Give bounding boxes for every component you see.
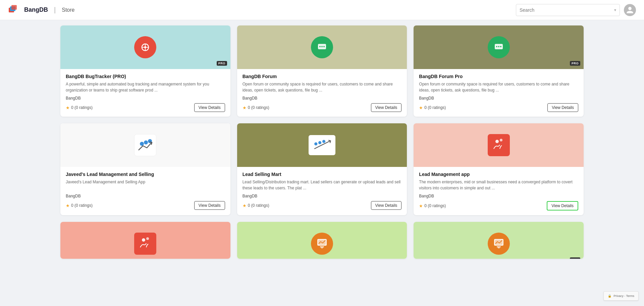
user-avatar[interactable] (624, 4, 636, 16)
pro-badge: PRO (570, 257, 580, 259)
rating: ★ 0 (0 ratings) (66, 105, 93, 110)
card-image-bangdb-forum (237, 25, 407, 69)
card-image-bugtracker-pro: PRO (60, 25, 230, 69)
svg-point-10 (319, 46, 321, 47)
card-lead-management-app: Lead Management app The modern enterpris… (414, 123, 584, 215)
card-body-bangdb-forum-pro: BangDB Forum Pro Open forum or community… (414, 69, 584, 117)
card-title: Lead Management app (419, 172, 578, 177)
card-lead-selling-mart: Lead Selling Mart Lead Selling/Distribut… (237, 123, 407, 215)
card-footer: ★ 0 (0 ratings) View Details (419, 103, 578, 112)
card-footer: ★ 0 (0 ratings) View Details (419, 201, 578, 210)
svg-rect-33 (321, 247, 323, 248)
svg-rect-2 (11, 5, 17, 10)
star-icon: ★ (243, 105, 247, 110)
card-body-lead-management-app: Lead Management app The modern enterpris… (414, 167, 584, 215)
svg-point-15 (496, 46, 497, 47)
pro-badge: PRO (570, 61, 580, 66)
card-image-lead-management-app (414, 123, 584, 167)
header: BangDB | Store ▾ (0, 0, 644, 20)
card-title: BangDB Forum Pro (419, 74, 578, 79)
card-desc: Open forum or community space is require… (419, 81, 578, 93)
rating-value: 0 (0 ratings) (248, 105, 269, 110)
svg-point-19 (144, 140, 148, 144)
card-bangdb-forum: BangDB Forum Open forum or community spa… (237, 25, 407, 117)
logo-divider: | (54, 6, 56, 14)
store-label: Store (62, 7, 74, 13)
svg-point-27 (142, 238, 145, 242)
card-desc: Lead Selling/Distribution trading mart. … (243, 179, 402, 191)
card-author: BangDB (243, 96, 402, 101)
svg-rect-37 (497, 246, 501, 247)
card-javeeds-lead: Javeed's Lead Management and Selling Jav… (60, 123, 230, 215)
card-title: BangDB BugTracker (PRO) (66, 74, 225, 79)
svg-rect-38 (498, 247, 500, 248)
star-icon: ★ (419, 203, 423, 208)
view-details-button[interactable]: View Details (194, 201, 225, 210)
card-image-card-row3-3: PRO (414, 222, 584, 259)
svg-point-24 (322, 140, 325, 143)
pro-badge: PRO (217, 61, 227, 66)
card-image-card-row3-1 (60, 222, 230, 259)
card-author: BangDB (419, 194, 578, 198)
rating: ★ 0 (0 ratings) (419, 203, 446, 208)
star-icon: ★ (243, 203, 247, 208)
svg-point-26 (500, 139, 502, 141)
rating-value: 0 (0 ratings) (424, 203, 446, 208)
card-desc: A powerful, simple and automated bug tra… (66, 81, 225, 93)
search-input[interactable] (520, 7, 614, 13)
svg-point-22 (314, 142, 317, 145)
main-content: PRO BangDB BugTracker (PRO) A powerful, … (0, 20, 644, 264)
card-footer: ★ 0 (0 ratings) View Details (66, 201, 225, 210)
view-details-button[interactable]: View Details (371, 103, 402, 112)
view-details-button[interactable]: View Details (371, 201, 402, 210)
header-left: BangDB | Store (8, 4, 74, 16)
card-card-row3-1 (60, 222, 230, 259)
search-container[interactable]: ▾ (516, 4, 620, 16)
svg-rect-32 (320, 246, 324, 247)
view-details-button[interactable]: View Details (547, 201, 578, 210)
header-right: ▾ (516, 4, 636, 16)
card-footer: ★ 0 (0 ratings) View Details (243, 201, 402, 210)
rating: ★ 0 (0 ratings) (419, 105, 446, 110)
view-details-button[interactable]: View Details (194, 103, 225, 112)
star-icon: ★ (419, 105, 423, 110)
star-icon: ★ (66, 203, 70, 208)
card-author: BangDB (66, 96, 225, 101)
svg-point-23 (318, 141, 321, 144)
svg-point-17 (500, 46, 501, 47)
card-card-row3-3: PRO (414, 222, 584, 259)
bangdb-logo-icon (8, 4, 21, 16)
card-image-javeeds-lead (60, 123, 230, 167)
card-footer: ★ 0 (0 ratings) View Details (66, 103, 225, 112)
card-bangdb-forum-pro: PRO BangDB Forum Pro Open forum or commu… (414, 25, 584, 117)
recaptcha-icon: 🔒 (608, 294, 611, 298)
card-author: BangDB (419, 96, 578, 101)
logo-text: BangDB (24, 6, 48, 13)
card-image-bangdb-forum-pro: PRO (414, 25, 584, 69)
cards-grid: PRO BangDB BugTracker (PRO) A powerful, … (60, 25, 584, 259)
rating: ★ 0 (0 ratings) (243, 105, 269, 110)
card-title: BangDB Forum (243, 74, 402, 79)
card-image-lead-selling-mart (237, 123, 407, 167)
card-footer: ★ 0 (0 ratings) View Details (243, 103, 402, 112)
card-image-card-row3-2 (237, 222, 407, 259)
svg-point-25 (495, 140, 499, 143)
svg-point-11 (321, 46, 323, 47)
svg-point-12 (323, 46, 325, 47)
rating-value: 0 (0 ratings) (424, 105, 446, 110)
card-body-javeeds-lead: Javeed's Lead Management and Selling Jav… (60, 167, 230, 215)
rating: ★ 0 (0 ratings) (66, 203, 93, 208)
recaptcha-badge: 🔒 Privacy - Terms (603, 291, 639, 301)
search-dropdown-arrow-icon[interactable]: ▾ (614, 8, 616, 12)
svg-point-28 (146, 237, 149, 240)
svg-point-18 (140, 142, 144, 146)
card-title: Lead Selling Mart (243, 172, 402, 177)
card-bugtracker-pro: PRO BangDB BugTracker (PRO) A powerful, … (60, 25, 230, 117)
card-card-row3-2 (237, 222, 407, 259)
card-body-bugtracker-pro: BangDB BugTracker (PRO) A powerful, simp… (60, 69, 230, 117)
card-author: BangDB (243, 194, 402, 198)
card-author: BangDB (66, 194, 225, 198)
svg-point-7 (144, 46, 146, 48)
view-details-button[interactable]: View Details (547, 103, 578, 112)
svg-point-16 (498, 46, 499, 47)
